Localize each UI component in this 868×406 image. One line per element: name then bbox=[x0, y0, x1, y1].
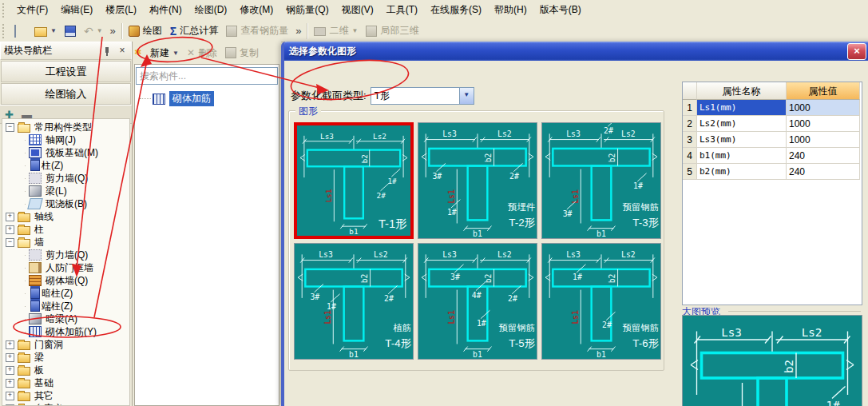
folder-icon bbox=[18, 341, 30, 350]
tree-item-label: 门窗洞 bbox=[34, 338, 63, 352]
menu-item[interactable]: 视图(V) bbox=[335, 2, 380, 18]
view-2d-combo[interactable]: 二维▼ bbox=[310, 22, 362, 39]
thumbnail-T-5形[interactable]: Ls3Ls2b2b1Ls13#2#4#1#预留钢筋T-5形 bbox=[418, 243, 537, 360]
menu-item[interactable]: 编辑(E) bbox=[54, 2, 99, 18]
thumbnail-T-6形[interactable]: Ls3Ls2b2b1Ls11#2#预留钢筋T-6形 bbox=[541, 243, 661, 360]
tree-item-砌体墙(Q)[interactable]: 砌体墙(Q) bbox=[2, 274, 129, 287]
menu-item[interactable]: 工具(T) bbox=[380, 2, 424, 18]
expand-icon[interactable]: + bbox=[6, 353, 14, 362]
menu-item[interactable]: 帮助(H) bbox=[488, 2, 533, 18]
toolbar-overflow[interactable]: » bbox=[292, 25, 304, 37]
properties-table: 属性名称属性值1Ls1(mm)10002Ls2(mm)10003Ls3(mm)1… bbox=[682, 82, 862, 305]
thumbnail-T-4形[interactable]: Ls3Ls2b2b1Ls13#1#2#植筋T-4形 bbox=[294, 243, 414, 360]
combobox-dropdown-icon[interactable]: ▼ bbox=[459, 88, 474, 104]
search-input[interactable] bbox=[136, 67, 278, 85]
open-file-button[interactable]: ▼ bbox=[30, 23, 61, 38]
collapse-icon[interactable]: − bbox=[6, 238, 14, 247]
tree-item-其它[interactable]: +其它 bbox=[2, 389, 129, 402]
expand-icon[interactable]: + bbox=[6, 225, 14, 234]
drawing-input-button[interactable]: 绘图输入 bbox=[1, 83, 131, 105]
column-header-name[interactable]: 属性名称 bbox=[697, 82, 787, 100]
copy-component-button[interactable]: 复制 bbox=[221, 45, 263, 62]
menu-item[interactable]: 在线服务(S) bbox=[424, 2, 488, 18]
draw-button[interactable]: 绘图 bbox=[125, 22, 166, 39]
tree-item-柱(Z)[interactable]: 柱(Z) bbox=[2, 159, 129, 172]
folder-icon bbox=[18, 380, 30, 388]
svg-text:2#: 2# bbox=[384, 294, 394, 303]
tree-item-轴网(J)[interactable]: 轴网(J) bbox=[2, 133, 129, 146]
property-value-cell[interactable]: 1000 bbox=[787, 116, 860, 132]
property-name-cell[interactable]: Ls2(mm) bbox=[697, 116, 787, 132]
tree-item-现浇板(B)[interactable]: 现浇板(B) bbox=[2, 197, 129, 210]
menu-item[interactable]: 文件(F) bbox=[10, 2, 54, 18]
thumbnail-T-1形[interactable]: Ls3Ls2b2b1Ls11#2#T-1形 bbox=[294, 122, 414, 239]
property-name-cell[interactable]: Ls3(mm) bbox=[697, 132, 787, 148]
column-header-value[interactable]: 属性值 bbox=[787, 82, 860, 100]
new-component-button[interactable]: 新建▼ bbox=[146, 45, 183, 62]
svg-text:Ls2: Ls2 bbox=[497, 129, 512, 138]
thumbnail-T-2形[interactable]: Ls3Ls2b2b1Ls13#2#1#预埋件T-2形 bbox=[418, 122, 537, 239]
tree-item-剪力墙(Q)[interactable]: 剪力墙(Q) bbox=[2, 249, 129, 261]
tree-item-墙[interactable]: −墙 bbox=[2, 236, 129, 249]
section-type-label: 参数化截面类型: bbox=[291, 89, 367, 103]
property-name-cell[interactable]: b1(mm) bbox=[697, 148, 787, 164]
close-icon[interactable]: × bbox=[117, 46, 128, 57]
tree-item-砌体加筋(Y)[interactable]: 砌体加筋(Y) bbox=[2, 325, 129, 338]
toolbar-grip bbox=[2, 3, 8, 18]
expand-icon[interactable]: + bbox=[6, 366, 14, 375]
property-value-cell[interactable]: 240 bbox=[787, 164, 860, 180]
property-value-cell[interactable]: 1000 bbox=[787, 100, 860, 116]
toolbar-button-disabled[interactable]: 查看钢筋量 bbox=[222, 22, 292, 39]
view-toolbar-button[interactable]: 局部三维 bbox=[362, 22, 422, 39]
tree-item-板[interactable]: +板 bbox=[2, 364, 129, 376]
tree-item-常用构件类型[interactable]: −常用构件类型 bbox=[2, 121, 129, 133]
property-value-cell[interactable]: 240 bbox=[787, 148, 860, 164]
thumbnail-T-3形[interactable]: Ls3Ls2b2b1Ls12#1#3#预留钢筋T-3形 bbox=[541, 122, 661, 239]
dialog-title-bar[interactable]: 选择参数化图形 × bbox=[284, 42, 868, 61]
new-file-button[interactable] bbox=[10, 24, 30, 38]
save-button[interactable] bbox=[61, 24, 80, 38]
close-button[interactable]: × bbox=[847, 43, 866, 60]
t-section-diagram: Ls3Ls2b2b1Ls12#1#3#预留钢筋T-3形 bbox=[542, 123, 660, 238]
tree-connector bbox=[2, 293, 26, 294]
project-settings-button[interactable]: 工程设置 bbox=[1, 61, 131, 82]
summary-calc-button[interactable]: Σ汇总计算 bbox=[166, 22, 222, 39]
property-value-cell[interactable]: 1000 bbox=[787, 132, 860, 148]
tree-item-人防门框墙[interactable]: 人防门框墙 bbox=[2, 261, 129, 274]
delete-component-button[interactable]: ✕删除 bbox=[183, 45, 221, 62]
pin-icon[interactable] bbox=[102, 46, 112, 56]
property-name-cell[interactable]: Ls1(mm) bbox=[697, 100, 787, 116]
tree-item-门窗洞[interactable]: +门窗洞 bbox=[2, 338, 129, 351]
menu-item[interactable]: 版本号(B) bbox=[533, 2, 588, 18]
expand-icon[interactable]: + bbox=[6, 213, 14, 221]
tree-item-暗梁(A)[interactable]: 暗梁(A) bbox=[2, 312, 129, 325]
property-name-cell[interactable]: b2(mm) bbox=[697, 164, 787, 180]
expand-icon[interactable]: + bbox=[6, 379, 14, 388]
toolbar-overflow[interactable]: » bbox=[107, 25, 119, 37]
tree-item-梁[interactable]: +梁 bbox=[2, 351, 129, 364]
expand-icon[interactable]: + bbox=[6, 392, 14, 400]
menu-item[interactable]: 绘图(D) bbox=[188, 2, 234, 18]
menu-item[interactable]: 修改(M) bbox=[233, 2, 279, 18]
tree-item-柱[interactable]: +柱 bbox=[2, 223, 129, 236]
tree-item-端柱(Z)[interactable]: 端柱(Z) bbox=[2, 300, 129, 312]
component-item-label[interactable]: 砌体加筋 bbox=[169, 91, 214, 106]
collapse-icon[interactable]: − bbox=[6, 123, 14, 132]
expand-icon[interactable]: + bbox=[6, 340, 14, 349]
tree-item-筏板基础(M)[interactable]: 筏板基础(M) bbox=[2, 146, 129, 159]
tree-item-自定义[interactable]: +自定义 bbox=[2, 402, 129, 406]
tree-item-基础[interactable]: +基础 bbox=[2, 376, 129, 389]
svg-text:b2: b2 bbox=[360, 154, 369, 163]
menu-item[interactable]: 构件(N) bbox=[143, 2, 188, 18]
tree-item-剪力墙(Q)[interactable]: 剪力墙(Q) bbox=[2, 172, 129, 185]
menu-item[interactable]: 楼层(L) bbox=[99, 2, 143, 18]
menu-item[interactable]: 钢筋量(Q) bbox=[279, 2, 335, 18]
component-list-item[interactable]: 砌体加筋 bbox=[135, 91, 279, 106]
svg-text:预埋件: 预埋件 bbox=[508, 202, 536, 212]
undo-button[interactable]: ↶▼ bbox=[80, 24, 107, 38]
tree-item-梁(L)[interactable]: 梁(L) bbox=[2, 185, 129, 197]
tree-item-暗柱(Z)[interactable]: 暗柱(Z) bbox=[2, 287, 129, 300]
section-type-combobox[interactable]: T形 ▼ bbox=[371, 87, 474, 105]
tree-item-轴线[interactable]: +轴线 bbox=[2, 210, 129, 223]
tree-item-label: 现浇板(B) bbox=[46, 197, 87, 211]
